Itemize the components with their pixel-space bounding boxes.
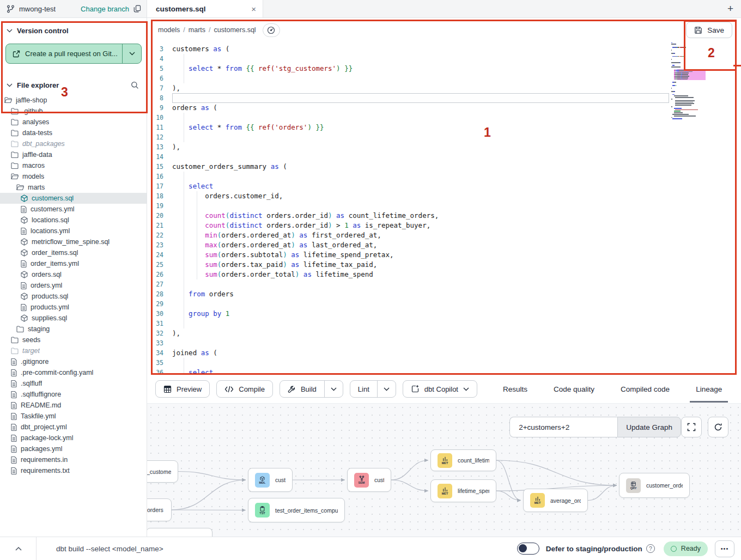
tree-item-order-items-sql[interactable]: order_items.sql <box>0 247 147 258</box>
close-icon[interactable]: × <box>251 5 256 13</box>
tab-lineage[interactable]: Lineage <box>694 375 724 403</box>
breadcrumb-models[interactable]: models <box>158 26 180 34</box>
tree-item-dbt-project-yml[interactable]: dbt_project.yml <box>0 422 147 433</box>
search-icon[interactable] <box>131 81 139 89</box>
tree-item-readme-md[interactable]: README.md <box>0 400 147 411</box>
code-line-19[interactable]: 19 <box>147 201 741 211</box>
code-line-33[interactable]: 33 <box>147 338 741 348</box>
tree-item-jaffle-shop[interactable]: jaffle-shop <box>0 95 147 106</box>
tree-item-supplies-sql[interactable]: supplies.sql <box>0 313 147 324</box>
tree-item-metricflow-time-spine-sql[interactable]: metricflow_time_spine.sql <box>0 236 147 247</box>
lineage-node-customers_mdl[interactable]: MDLcustomers <box>248 468 293 492</box>
lineage-node-customer_order_metrics[interactable]: QRYcustomer_order_metrics <box>619 473 690 498</box>
code-line-23[interactable]: 23 max(orders.ordered_at) as last_ordere… <box>147 240 741 250</box>
tree-item-jaffle-data[interactable]: jaffle-data <box>0 149 147 160</box>
tree-item-macros[interactable]: macros <box>0 160 147 171</box>
code-line-3[interactable]: 3customers as ( <box>147 44 741 54</box>
tree-item-dbt-packages[interactable]: dbt_packages <box>0 138 147 149</box>
code-line-13[interactable]: 13), <box>147 142 741 152</box>
build-button[interactable]: Build <box>280 381 324 397</box>
pull-request-caret-button[interactable] <box>122 44 141 63</box>
build-caret-button[interactable] <box>324 381 343 397</box>
code-line-22[interactable]: 22 min(orders.ordered_at) as first_order… <box>147 230 741 240</box>
lint-button[interactable]: Lint <box>350 381 377 397</box>
file-explorer-header[interactable]: File explorer <box>0 71 147 95</box>
code-line-28[interactable]: 28 from orders <box>147 289 741 299</box>
copy-icon[interactable] <box>133 5 141 13</box>
code-line-17[interactable]: 17 select <box>147 181 741 191</box>
lineage-node-test_bools[interactable]: TSTtest_order_items_compute_to_bools... <box>248 498 345 522</box>
tree-item-package-lock-yml[interactable]: package-lock.yml <box>0 433 147 443</box>
create-pull-request-button[interactable]: Create a pull request on Git... <box>5 44 142 64</box>
tree-item-requirements-in[interactable]: requirements.in <box>0 454 147 465</box>
code-line-34[interactable]: 34joined as ( <box>147 348 741 358</box>
tree-item-locations-yml[interactable]: locations.yml <box>0 226 147 236</box>
tree-item-analyses[interactable]: analyses <box>0 117 147 127</box>
tree-item-target[interactable]: target <box>0 345 147 356</box>
code-line-10[interactable]: 10 <box>147 113 741 123</box>
tree-item-products-sql[interactable]: products.sql <box>0 291 147 302</box>
code-line-18[interactable]: 18 orders.customer_id, <box>147 191 741 201</box>
tree-item--gitignore[interactable]: .gitignore <box>0 356 147 367</box>
code-line-4[interactable]: 4 <box>147 54 741 64</box>
tree-item-requirements-txt[interactable]: requirements.txt <box>0 465 147 476</box>
tree-item-orders-sql[interactable]: orders.sql <box>0 269 147 280</box>
code-line-25[interactable]: 25 sum(orders.tax_paid) as lifetime_tax_… <box>147 260 741 270</box>
tree-item--sqlfluffignore[interactable]: .sqlfluffignore <box>0 389 147 400</box>
tree-item--sqlfluff[interactable]: .sqlfluff <box>0 378 147 389</box>
code-line-21[interactable]: 21 count(distinct orders.order_id) > 1 a… <box>147 221 741 230</box>
tree-item-products-yml[interactable]: products.yml <box>0 302 147 313</box>
fullscreen-icon[interactable] <box>681 417 702 437</box>
update-graph-button[interactable]: Update Graph <box>617 417 681 437</box>
tree-item-customers-yml[interactable]: customers.yml <box>0 204 147 215</box>
tree-item--pre-commit-config-yaml[interactable]: .pre-commit-config.yaml <box>0 367 147 378</box>
code-line-12[interactable]: 12 <box>147 132 741 142</box>
code-line-24[interactable]: 24 sum(orders.subtotal) as lifetime_spen… <box>147 250 741 260</box>
code-line-7[interactable]: 7), <box>147 83 741 93</box>
code-line-8[interactable]: 8 <box>147 93 741 103</box>
tab-compiled-code[interactable]: Compiled code <box>619 375 671 403</box>
more-options-button[interactable]: ••• <box>715 540 734 557</box>
minimap[interactable] <box>671 42 719 120</box>
dbt-copilot-button[interactable]: dbt Copilot <box>403 380 477 398</box>
lineage-node-average_order_value[interactable]: METaverage_order_value <box>523 489 588 512</box>
code-line-20[interactable]: 20 count(distinct orders.order_id) as co… <box>147 211 741 221</box>
tree-item--github[interactable]: .github <box>0 106 147 117</box>
save-button[interactable]: Save <box>686 22 732 38</box>
tree-item-seeds[interactable]: seeds <box>0 334 147 345</box>
code-editor[interactable]: 3customers as (45 select * from {{ ref('… <box>147 42 741 375</box>
code-line-30[interactable]: 30 group by 1 <box>147 309 741 319</box>
tree-item-customers-sql[interactable]: customers.sql <box>0 193 147 204</box>
lineage-node-customers_sem[interactable]: SEMcustomers <box>347 468 391 492</box>
code-line-9[interactable]: 9orders as ( <box>147 103 741 113</box>
version-control-header[interactable]: Version control <box>0 18 147 40</box>
code-line-32[interactable]: 32), <box>147 328 741 338</box>
code-line-35[interactable]: 35 <box>147 358 741 368</box>
change-branch-link[interactable]: Change branch <box>81 5 129 13</box>
lineage-node-orders_src[interactable]: orders <box>147 498 172 521</box>
help-icon[interactable]: ? <box>646 544 655 553</box>
tab-results[interactable]: Results <box>501 375 529 403</box>
tab-code-quality[interactable]: Code quality <box>552 375 596 403</box>
code-line-31[interactable]: 31 <box>147 319 741 328</box>
tree-item-marts[interactable]: marts <box>0 182 147 193</box>
lineage-selector-input[interactable] <box>509 417 617 437</box>
tree-item-locations-sql[interactable]: locations.sql <box>0 215 147 226</box>
tree-item-order-items-yml[interactable]: order_items.yml <box>0 258 147 269</box>
code-line-29[interactable]: 29 <box>147 299 741 309</box>
chevron-up-icon[interactable] <box>15 546 22 551</box>
code-line-11[interactable]: 11 select * from {{ ref('orders') }} <box>147 123 741 132</box>
code-line-36[interactable]: 36 select <box>147 368 741 375</box>
tree-item-orders-yml[interactable]: orders.yml <box>0 280 147 291</box>
compile-button[interactable]: Compile <box>216 380 273 398</box>
breadcrumb-marts[interactable]: marts <box>189 26 205 34</box>
lint-caret-button[interactable] <box>377 381 396 397</box>
code-line-5[interactable]: 5 select * from {{ ref('stg_customers') … <box>147 64 741 74</box>
code-line-27[interactable]: 27 <box>147 279 741 289</box>
lineage-node-blank_partial[interactable] <box>147 528 212 537</box>
tree-item-packages-yml[interactable]: packages.yml <box>0 443 147 454</box>
breadcrumb-file[interactable]: customers.sql <box>214 26 256 34</box>
preview-button[interactable]: Preview <box>155 380 210 398</box>
tab-customers-sql[interactable]: customers.sql × <box>147 0 263 17</box>
tree-item-models[interactable]: models <box>0 171 147 182</box>
